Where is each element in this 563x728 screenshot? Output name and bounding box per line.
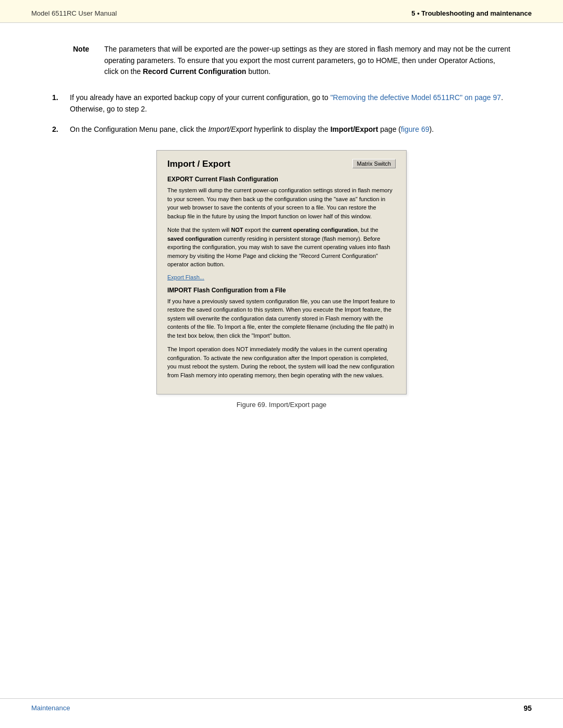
panel-title-row: Import / Export Matrix Switch	[167, 159, 396, 169]
import-section-title: IMPORT Flash Configuration from a File	[167, 287, 396, 294]
note-label: Note	[73, 44, 96, 78]
list-item: 2. On the Configuration Menu pane, click…	[52, 124, 532, 135]
export-section-title: EXPORT Current Flash Configuration	[167, 176, 396, 183]
import-text-2: The Import operation does NOT immediatel…	[167, 345, 396, 379]
numbered-list: 1. If you already have an exported backu…	[52, 92, 532, 135]
export-text-2: Note that the system will NOT export the…	[167, 226, 396, 269]
import-text-1: If you have a previously saved system co…	[167, 297, 396, 340]
matrix-switch-button[interactable]: Matrix Switch	[352, 159, 396, 168]
panel-title: Import / Export	[167, 159, 230, 169]
note-block: Note The parameters that will be exporte…	[73, 44, 511, 78]
figure-caption: Figure 69. Import/Export page	[237, 401, 327, 409]
footer-page-number: 95	[523, 704, 532, 712]
header-chapter-title: 5 • Troubleshooting and maintenance	[411, 9, 532, 17]
defective-model-link[interactable]: "Removing the defective Model 6511RC" on…	[331, 93, 501, 102]
note-text: The parameters that will be exported are…	[104, 44, 511, 78]
page-footer: Maintenance 95	[0, 698, 563, 712]
figure-container: Import / Export Matrix Switch EXPORT Cur…	[31, 150, 532, 409]
page-content: Note The parameters that will be exporte…	[0, 23, 563, 455]
figure69-link[interactable]: figure 69	[401, 125, 429, 133]
header-manual-title: Model 6511RC User Manual	[31, 9, 117, 17]
export-flash-link[interactable]: Export Flash...	[167, 274, 396, 280]
export-text-1: The system will dump the current power-u…	[167, 186, 396, 220]
footer-section-name: Maintenance	[31, 704, 70, 712]
list-item: 1. If you already have an exported backu…	[52, 92, 532, 115]
page-header: Model 6511RC User Manual 5 • Troubleshoo…	[0, 0, 563, 23]
import-export-panel: Import / Export Matrix Switch EXPORT Cur…	[156, 150, 407, 394]
